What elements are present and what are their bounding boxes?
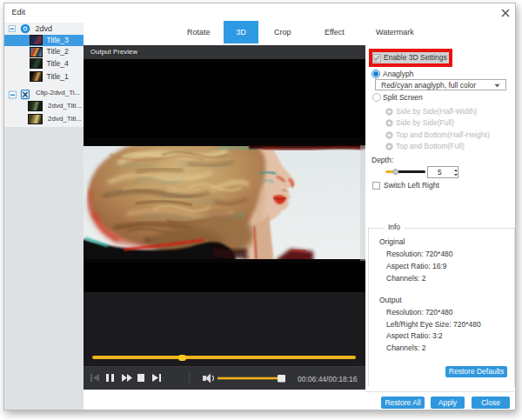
svg-text:00:06:44/00:18:16: 00:06:44/00:18:16	[298, 375, 358, 383]
